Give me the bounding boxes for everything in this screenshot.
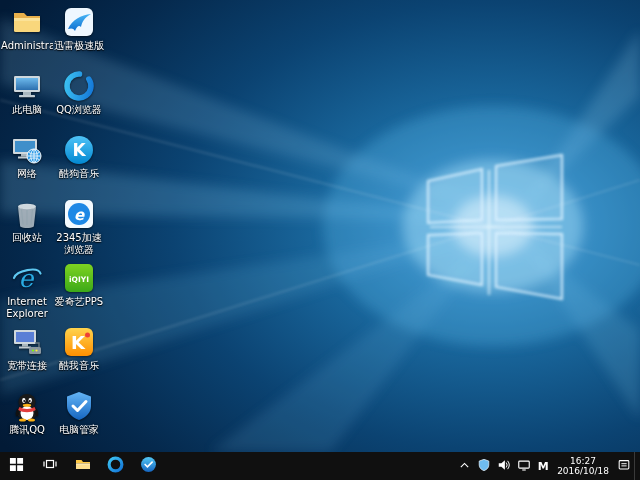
desktop-icon-2345-browser[interactable]: e 2345加速浏览器 [54,194,104,258]
svg-text:e: e [74,206,85,224]
svg-text:e: e [19,264,35,293]
desktop-icon-kugou-music[interactable]: K 酷狗音乐 [54,130,104,194]
start-button[interactable] [0,452,33,480]
action-center-icon [617,457,631,476]
desktop-icon-label: QQ浏览器 [56,104,102,116]
file-explorer-icon [75,456,91,476]
kugou-music-icon: K [63,134,95,166]
desktop-icon-this-pc[interactable]: 此电脑 [2,66,52,130]
action-center-button[interactable] [614,452,634,480]
qq-browser-icon [107,456,124,477]
qq-penguin-icon [11,390,43,422]
desktop-icon-label: 回收站 [12,232,42,244]
show-desktop-button[interactable] [634,452,640,480]
broadband-connection-icon [11,326,43,358]
svg-text:iQIYI: iQIYI [69,275,89,284]
clock-time: 16:27 [557,456,609,467]
browser-2345-icon: e [63,198,95,230]
qq-browser-taskbar-button[interactable] [99,452,132,480]
chevron-up-icon [458,457,471,476]
desktop-icon-xunlei[interactable]: 迅雷极速版 [54,2,104,66]
this-pc-icon [11,70,43,102]
desktop-icon-label: 酷我音乐 [59,360,99,372]
desktop-icon-label: Administra... [1,40,53,52]
kuwo-music-icon: K [63,326,95,358]
iqiyi-pps-icon: iQIYI [63,262,95,294]
desktop-icon-qq-browser[interactable]: QQ浏览器 [54,66,104,130]
file-explorer-button[interactable] [66,452,99,480]
desktop-icon-network[interactable]: 网络 [2,130,52,194]
desktop-icon-label: 酷狗音乐 [59,168,99,180]
user-folder-icon [11,6,43,38]
taskbar-clock[interactable]: 16:27 2016/10/18 [552,452,614,480]
desktop-icon-label: 腾讯QQ [9,424,45,436]
desktop-icon-recycle-bin[interactable]: 回收站 [2,194,52,258]
desktop[interactable]: Administra... 迅雷极速版 此电脑 QQ浏览器 网络 [0,0,640,452]
desktop-icon-label: 爱奇艺PPS [55,296,103,308]
desktop-icon-pc-manager[interactable]: 电脑管家 [54,386,104,450]
network-tray-button[interactable] [514,452,534,480]
desktop-icon-administrator[interactable]: Administra... [2,2,52,66]
windows-logo-icon [9,457,24,476]
internet-explorer-icon: e [11,262,43,294]
desktop-icon-label: 电脑管家 [59,424,99,436]
desktop-icon-grid: Administra... 迅雷极速版 此电脑 QQ浏览器 网络 [2,2,104,450]
xunlei-bird-icon [63,6,95,38]
security-tray-button[interactable] [474,452,494,480]
pc-manager-shield-icon [63,390,95,422]
svg-text:K: K [72,140,86,160]
system-tray: M 16:27 2016/10/18 [455,452,640,480]
desktop-icon-label: 网络 [17,168,37,180]
pc-manager-taskbar-button[interactable] [132,452,165,480]
network-icon [11,134,43,166]
svg-text:K: K [71,332,86,353]
volume-icon [497,457,511,476]
pc-manager-icon [140,456,157,477]
desktop-icon-label: 迅雷极速版 [54,40,104,52]
desktop-icon-label: Internet Explorer [2,296,52,320]
desktop-icon-kuwo-music[interactable]: K 酷我音乐 [54,322,104,386]
clock-date: 2016/10/18 [557,466,609,477]
desktop-icon-label: 2345加速浏览器 [54,232,104,256]
input-method-indicator[interactable]: M [534,452,552,480]
taskbar: M 16:27 2016/10/18 [0,452,640,480]
desktop-icon-internet-explorer[interactable]: e Internet Explorer [2,258,52,322]
desktop-icon-iqiyi-pps[interactable]: iQIYI 爱奇艺PPS [54,258,104,322]
shield-icon [477,457,491,476]
tray-overflow-button[interactable] [455,452,474,480]
task-view-icon [42,456,58,476]
desktop-icon-tencent-qq[interactable]: 腾讯QQ [2,386,52,450]
volume-tray-button[interactable] [494,452,514,480]
qq-browser-icon [63,70,95,102]
task-view-button[interactable] [33,452,66,480]
desktop-icon-label: 宽带连接 [7,360,47,372]
recycle-bin-icon [11,198,43,230]
network-status-icon [517,457,531,476]
desktop-icon-broadband[interactable]: 宽带连接 [2,322,52,386]
desktop-icon-label: 此电脑 [12,104,42,116]
